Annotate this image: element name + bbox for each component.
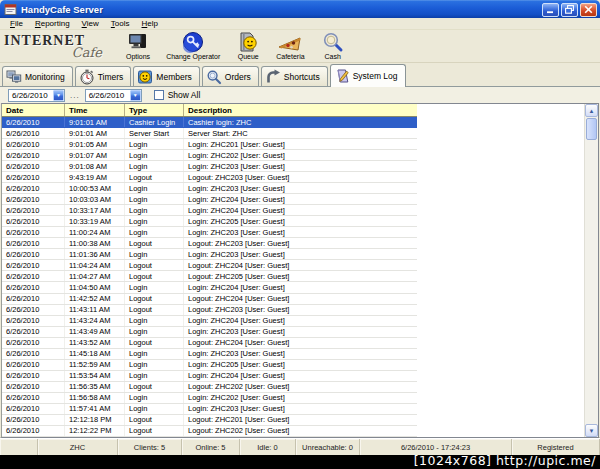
tab-monitoring[interactable]: Monitoring bbox=[2, 66, 73, 86]
log-row[interactable]: 6/26/201010:00:53 AMLoginLogin: ZHC203 [… bbox=[2, 183, 417, 194]
restore-icon bbox=[565, 5, 574, 14]
scrollbar-thumb[interactable] bbox=[586, 118, 597, 140]
tab-shortcuts[interactable]: Shortcuts bbox=[261, 66, 328, 86]
log-row[interactable]: 6/26/201011:04:50 AMLoginLogin: ZHC204 [… bbox=[2, 282, 417, 293]
log-row[interactable]: 6/26/201011:52:59 AMLoginLogin: ZHC205 [… bbox=[2, 360, 417, 371]
close-icon bbox=[584, 5, 593, 14]
cell-date: 6/26/2010 bbox=[2, 393, 65, 403]
log-row[interactable]: 6/26/20109:01:01 AMCashier LoginCashier … bbox=[2, 117, 417, 128]
menu-item-help[interactable]: Help bbox=[136, 18, 164, 29]
date-from-picker[interactable]: 6/26/2010 ▼ bbox=[8, 89, 65, 102]
cell-type: Logout bbox=[125, 382, 184, 392]
restore-button[interactable] bbox=[561, 3, 578, 17]
chevron-down-icon[interactable]: ▼ bbox=[130, 90, 141, 101]
log-row[interactable]: 6/26/201010:33:19 AMLoginLogin: ZHC205 [… bbox=[2, 216, 417, 227]
menu-item-file[interactable]: File bbox=[4, 18, 29, 29]
column-header-type[interactable]: Type bbox=[125, 104, 184, 116]
log-row[interactable]: 6/26/201011:42:52 AMLogoutLogout: ZHC204… bbox=[2, 294, 417, 305]
toolbar-button-queue[interactable]: Queue bbox=[228, 30, 268, 62]
minimize-icon bbox=[546, 5, 555, 14]
cell-date: 6/26/2010 bbox=[2, 404, 65, 414]
log-row[interactable]: 6/26/201011:56:35 AMLogoutLogout: ZHC202… bbox=[2, 382, 417, 393]
log-row[interactable]: 6/26/201011:43:49 AMLoginLogin: ZHC203 [… bbox=[2, 327, 417, 338]
cell-time: 11:01:36 AM bbox=[65, 249, 125, 259]
cell-description: Login: ZHC203 [User: Guest] bbox=[184, 161, 417, 171]
cell-date: 6/26/2010 bbox=[2, 205, 65, 215]
cell-time: 11:52:59 AM bbox=[65, 360, 125, 370]
column-header-description[interactable]: Description bbox=[184, 104, 417, 116]
log-row[interactable]: 6/26/20109:01:07 AMLoginLogin: ZHC202 [U… bbox=[2, 150, 417, 161]
tab-members[interactable]: Members bbox=[133, 66, 199, 86]
log-row[interactable]: 6/26/201011:04:27 AMLogoutLogout: ZHC205… bbox=[2, 271, 417, 282]
orders-icon bbox=[206, 69, 222, 85]
log-row[interactable]: 6/26/20109:01:08 AMLoginLogin: ZHC203 [U… bbox=[2, 161, 417, 172]
log-row[interactable]: 6/26/201011:43:11 AMLogoutLogout: ZHC203… bbox=[2, 305, 417, 316]
menu-item-view[interactable]: View bbox=[76, 18, 105, 29]
log-row[interactable]: 6/26/201011:00:38 AMLogoutLogout: ZHC203… bbox=[2, 238, 417, 249]
log-row[interactable]: 6/26/201011:57:41 AMLoginLogin: ZHC203 [… bbox=[2, 404, 417, 415]
cell-date: 6/26/2010 bbox=[2, 360, 65, 370]
chevron-down-icon[interactable]: ▼ bbox=[53, 90, 64, 101]
log-row[interactable]: 6/26/201010:03:03 AMLoginLogin: ZHC204 [… bbox=[2, 194, 417, 205]
log-row[interactable]: 6/26/201011:01:36 AMLoginLogin: ZHC203 [… bbox=[2, 249, 417, 260]
cell-date: 6/26/2010 bbox=[2, 371, 65, 381]
scrollbar-track[interactable] bbox=[585, 140, 598, 424]
menu-item-reporting[interactable]: Reporting bbox=[29, 18, 76, 29]
log-row[interactable]: 6/26/201011:00:24 AMLoginLogin: ZHC203 [… bbox=[2, 227, 417, 238]
log-row[interactable]: 6/26/201012:12:22 PMLogoutLogout: ZHC202… bbox=[2, 426, 417, 437]
scroll-up-icon[interactable]: ▲ bbox=[585, 104, 598, 117]
cell-description: Login: ZHC203 [User: Guest] bbox=[184, 327, 417, 337]
cell-time: 11:42:52 AM bbox=[65, 294, 125, 304]
cell-type: Login bbox=[125, 205, 184, 215]
toolbar-button-options[interactable]: Options bbox=[118, 30, 158, 62]
cell-description: Logout: ZHC203 [User: Guest] bbox=[184, 305, 417, 315]
cell-time: 10:33:17 AM bbox=[65, 205, 125, 215]
cell-date: 6/26/2010 bbox=[2, 327, 65, 337]
column-header-date[interactable]: Date bbox=[2, 104, 65, 116]
cell-description: Login: ZHC203 [User: Guest] bbox=[184, 227, 417, 237]
log-row[interactable]: 6/26/201011:45:18 AMLoginLogin: ZHC203 [… bbox=[2, 349, 417, 360]
tab-timers[interactable]: Timers bbox=[75, 66, 132, 86]
toolbar-button-cash[interactable]: Cash bbox=[313, 30, 353, 62]
minimize-button[interactable] bbox=[542, 3, 559, 17]
cell-type: Logout bbox=[125, 172, 184, 182]
log-row[interactable]: 6/26/201011:53:54 AMLoginLogin: ZHC204 [… bbox=[2, 371, 417, 382]
date-from-value: 6/26/2010 bbox=[9, 91, 53, 100]
log-row[interactable]: 6/26/201011:04:24 AMLogoutLogout: ZHC204… bbox=[2, 260, 417, 271]
scroll-down-icon[interactable]: ▼ bbox=[585, 424, 598, 437]
cell-type: Login bbox=[125, 371, 184, 381]
cell-description: Logout: ZHC204 [User: Guest] bbox=[184, 294, 417, 304]
show-all-checkbox[interactable] bbox=[154, 90, 164, 100]
cell-description: Login: ZHC202 [User: Guest] bbox=[184, 150, 417, 160]
close-button[interactable] bbox=[580, 3, 597, 17]
log-row[interactable]: 6/26/201011:43:24 AMLoginLogin: ZHC204 [… bbox=[2, 316, 417, 327]
menu-item-tools[interactable]: Tools bbox=[105, 18, 136, 29]
vertical-scrollbar[interactable]: ▲ ▼ bbox=[584, 104, 598, 437]
cell-time: 11:56:35 AM bbox=[65, 382, 125, 392]
log-row[interactable]: 6/26/20109:01:05 AMLoginLogin: ZHC201 [U… bbox=[2, 139, 417, 150]
cell-type: Logout bbox=[125, 415, 184, 425]
status-panel-7: Registered bbox=[512, 439, 600, 455]
cell-date: 6/26/2010 bbox=[2, 382, 65, 392]
timers-icon bbox=[79, 69, 95, 85]
tab-system-log[interactable]: System Log bbox=[330, 64, 406, 87]
logo-line2: Cafe bbox=[4, 47, 112, 58]
log-row[interactable]: 6/26/201012:12:18 PMLogoutLogout: ZHC201… bbox=[2, 415, 417, 426]
column-header-time[interactable]: Time bbox=[65, 104, 125, 116]
toolbar-button-change-operator[interactable]: Change Operator bbox=[158, 30, 228, 62]
log-row[interactable]: 6/26/201011:56:58 AMLoginLogin: ZHC202 [… bbox=[2, 393, 417, 404]
status-panel-6: 6/26/2010 - 17:24:23 bbox=[360, 439, 512, 455]
tab-orders[interactable]: Orders bbox=[202, 66, 259, 86]
status-panel-0 bbox=[0, 439, 38, 455]
log-row[interactable]: 6/26/20109:43:19 AMLogoutLogout: ZHC203 … bbox=[2, 172, 417, 183]
cell-date: 6/26/2010 bbox=[2, 415, 65, 425]
date-to-picker[interactable]: 6/26/2010 ▼ bbox=[85, 89, 142, 102]
cell-time: 9:01:08 AM bbox=[65, 161, 125, 171]
cell-time: 11:04:24 AM bbox=[65, 260, 125, 270]
log-row[interactable]: 6/26/201010:33:17 AMLoginLogin: ZHC204 [… bbox=[2, 205, 417, 216]
cell-type: Login bbox=[125, 249, 184, 259]
log-row[interactable]: 6/26/201011:43:52 AMLogoutLogout: ZHC204… bbox=[2, 338, 417, 349]
app-icon bbox=[4, 3, 17, 16]
log-row[interactable]: 6/26/20109:01:01 AMServer StartServer St… bbox=[2, 128, 417, 139]
toolbar-button-cafeteria[interactable]: Cafeteria bbox=[268, 30, 312, 62]
